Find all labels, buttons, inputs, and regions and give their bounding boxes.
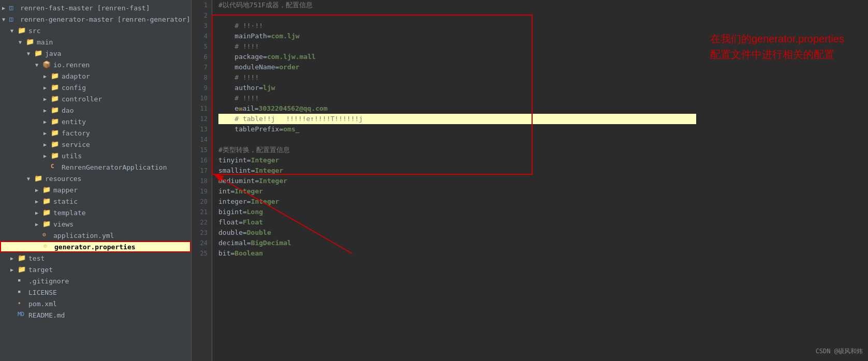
sidebar-item-.gitignore[interactable]: ▪.gitignore — [0, 275, 191, 287]
sidebar-item-renren-generator[interactable]: ▼◫renren-generator-master [renren-genera… — [0, 13, 191, 25]
folder-icon: 📁 — [51, 106, 60, 114]
tree-label: pom.xml — [28, 300, 57, 308]
sidebar-item-config[interactable]: ▶📁config — [0, 82, 191, 93]
sidebar-item-test[interactable]: ▶📁test — [0, 252, 191, 264]
val-13: oms_ — [283, 125, 299, 133]
tree-label: dao — [62, 107, 73, 114]
code-line-22: float=Float — [218, 217, 696, 228]
tree-arrow: ▼ — [27, 176, 34, 182]
line-number-16: 16 — [196, 155, 208, 166]
sidebar-item-template[interactable]: ▶📁template — [0, 207, 191, 218]
tree-arrow: ▶ — [43, 119, 51, 125]
tree-arrow: ▼ — [2, 17, 9, 22]
sidebar-item-adaptor[interactable]: ▶📁adaptor — [0, 70, 191, 82]
tree-label: factory — [62, 129, 90, 137]
code-line-15: #类型转换，配置置信息 — [218, 145, 696, 155]
sidebar-item-renren-fast[interactable]: ▶◫renren-fast-master [renren-fast] — [0, 2, 191, 13]
package-icon: 📦 — [42, 61, 52, 69]
code-line-5: # !!!! — [218, 41, 696, 52]
line-number-17: 17 — [196, 166, 208, 176]
file-tree[interactable]: ▶◫renren-fast-master [renren-fast]▼◫renr… — [0, 0, 192, 361]
line-number-2: 2 — [196, 10, 208, 21]
sidebar-item-controller[interactable]: ▶📁controller — [0, 93, 191, 104]
sidebar-item-entity[interactable]: ▶📁entity — [0, 116, 191, 127]
sidebar-item-target[interactable]: ▶📁target — [0, 264, 191, 275]
md-icon: MD — [18, 311, 27, 319]
tree-arrow: ▶ — [43, 142, 51, 147]
code-line-10: # !!!! — [218, 93, 696, 103]
line-number-7: 7 — [196, 62, 208, 72]
tree-arrow: ▶ — [43, 96, 51, 102]
code-line-7: moduleName=order — [218, 62, 696, 72]
sidebar-item-src[interactable]: ▼📁src — [0, 25, 191, 36]
sidebar-item-factory[interactable]: ▶📁factory — [0, 127, 191, 139]
sidebar-item-mapper[interactable]: ▶📁mapper — [0, 184, 191, 195]
tree-arrow: ▼ — [10, 28, 18, 34]
sidebar-item-generator.properties[interactable]: ⚙generator.properties — [0, 241, 191, 252]
sidebar-item-io.renren[interactable]: ▼📦io.renren — [0, 59, 191, 70]
sidebar-item-views[interactable]: ▶📁views — [0, 218, 191, 230]
key-email2: ail — [242, 104, 254, 112]
sidebar-item-README.md[interactable]: MDREADME.md — [0, 309, 191, 321]
tree-label: io.renren — [53, 61, 90, 69]
code-line-14 — [218, 134, 696, 145]
code-line-16: tinyint=Integer — [218, 155, 696, 166]
tree-arrow: ▶ — [43, 73, 51, 79]
sidebar-item-dao[interactable]: ▶📁dao — [0, 104, 191, 116]
code-line-9: author=ljw — [218, 83, 696, 93]
val-18: Integer — [259, 177, 287, 185]
eq-9: = — [259, 84, 263, 92]
sidebar-item-service[interactable]: ▶📁service — [0, 139, 191, 150]
line-number-8: 8 — [196, 72, 208, 83]
tree-label: service — [62, 141, 90, 148]
folder-yellow-icon: 📁 — [18, 265, 27, 274]
file-icon: ▪ — [18, 288, 27, 296]
key-6: package — [218, 53, 263, 61]
sidebar-item-java[interactable]: ▼📁java — [0, 48, 191, 59]
eq-20: = — [247, 198, 251, 205]
tree-arrow: ▶ — [43, 130, 51, 136]
key-20: integer — [218, 198, 247, 205]
val-19: Integer — [234, 187, 263, 195]
line-number-4: 4 — [196, 31, 208, 41]
code-line-24: decimal=BigDecimal — [218, 238, 696, 248]
line-number-14: 14 — [196, 134, 208, 145]
line-number-19: 19 — [196, 186, 208, 197]
sidebar-item-static[interactable]: ▶📁static — [0, 195, 191, 207]
tree-arrow: ▶ — [10, 267, 18, 273]
folder-src-icon: 📁 — [34, 49, 43, 57]
tree-arrow: ▶ — [43, 85, 51, 91]
tree-label: test — [28, 254, 45, 262]
eq-23: = — [243, 229, 247, 236]
line-numbers: 1234567891011121314151617181920212223242… — [192, 0, 212, 361]
tree-label: LICENSE — [28, 289, 57, 296]
java-icon: C — [51, 163, 60, 171]
csdn-watermark: CSDN @硕风和炜 — [816, 347, 863, 356]
key-18: mediumint — [218, 177, 255, 185]
folder-icon: 📁 — [42, 220, 52, 228]
sidebar-item-LICENSE[interactable]: ▪LICENSE — [0, 287, 191, 298]
folder-icon: 📁 — [18, 254, 27, 262]
sidebar-item-resources[interactable]: ▼📁resources — [0, 173, 191, 184]
sidebar-item-pom.xml[interactable]: ✦pom.xml — [0, 298, 191, 309]
key-7: moduleName — [218, 63, 275, 71]
sidebar-item-main[interactable]: ▼📁main — [0, 36, 191, 48]
tree-label: .gitignore — [28, 277, 69, 285]
folder-icon: 📁 — [42, 197, 52, 205]
key-22: float — [218, 218, 239, 226]
sidebar-item-RenrenGeneratorApplication[interactable]: CRenrenGeneratorApplication — [0, 161, 191, 173]
code-line-3: # !!·!! — [218, 21, 696, 31]
val-4: com.ljw — [271, 32, 300, 40]
annotation-panel: 在我们的generator.properties 配置文件中进行相关的配置 CS… — [702, 0, 868, 361]
tree-arrow: ▶ — [35, 221, 42, 227]
tree-label: java — [45, 50, 61, 57]
line-number-12: 12 — [196, 114, 208, 124]
module-icon: ◫ — [9, 15, 19, 23]
tree-label: template — [53, 209, 86, 217]
folder-icon: 📁 — [51, 140, 60, 148]
properties-icon: ⚙ — [43, 243, 53, 251]
sidebar-item-utils[interactable]: ▶📁utils — [0, 150, 191, 161]
line-number-3: 3 — [196, 21, 208, 31]
sidebar-item-application.yml[interactable]: ⚙application.yml — [0, 230, 191, 241]
line-number-15: 15 — [196, 145, 208, 155]
